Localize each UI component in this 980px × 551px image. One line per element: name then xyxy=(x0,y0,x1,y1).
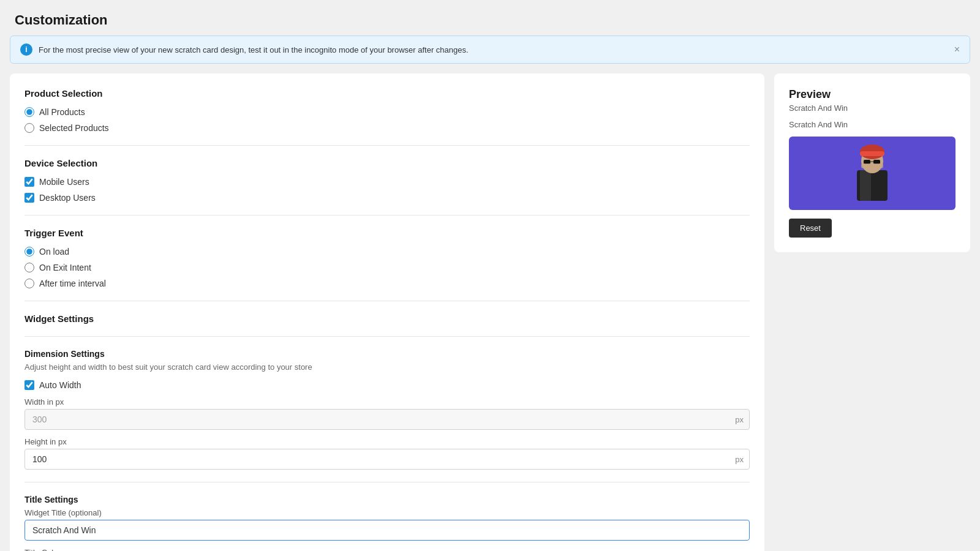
divider-4 xyxy=(24,336,750,337)
preview-card xyxy=(789,137,956,210)
dimension-settings-title: Dimension Settings xyxy=(24,349,750,359)
radio-all-products-input[interactable] xyxy=(24,107,34,117)
radio-after-time-interval[interactable]: After time interval xyxy=(24,279,750,288)
checkbox-desktop-users-label: Desktop Users xyxy=(39,193,96,203)
widget-settings-title: Widget Settings xyxy=(24,313,750,324)
svg-rect-5 xyxy=(864,160,870,164)
divider-3 xyxy=(24,301,750,301)
title-settings-title: Title Settings xyxy=(24,495,750,504)
radio-selected-products-input[interactable] xyxy=(24,123,34,133)
trigger-event-title: Trigger Event xyxy=(24,228,750,238)
checkbox-auto-width[interactable]: Auto Width xyxy=(24,380,750,390)
radio-after-time-interval-input[interactable] xyxy=(24,279,34,288)
title-color-label: Title Color xyxy=(24,548,750,551)
height-input[interactable] xyxy=(24,449,750,470)
trigger-event-radio-group: On load On Exit Intent After time interv… xyxy=(24,247,750,288)
svg-rect-8 xyxy=(861,163,883,168)
preview-panel: Preview Scratch And Win Scratch And Win xyxy=(774,73,970,252)
svg-rect-1 xyxy=(860,170,871,201)
device-selection-section: Device Selection Mobile Users Desktop Us… xyxy=(24,158,750,203)
product-selection-section: Product Selection All Products Selected … xyxy=(24,88,750,133)
info-icon: i xyxy=(20,43,32,56)
width-input[interactable] xyxy=(24,409,750,430)
checkbox-auto-width-input[interactable] xyxy=(24,380,34,390)
preview-card-inner xyxy=(789,137,956,210)
checkbox-mobile-users[interactable]: Mobile Users xyxy=(24,177,750,187)
preview-card-subtitle: Scratch And Win xyxy=(789,120,956,129)
radio-on-load-input[interactable] xyxy=(24,247,34,257)
divider-5 xyxy=(24,482,750,482)
page-title: Customization xyxy=(0,0,980,36)
dimension-settings-section: Dimension Settings Adjust height and wid… xyxy=(24,349,750,470)
product-selection-radio-group: All Products Selected Products xyxy=(24,107,750,133)
radio-selected-products[interactable]: Selected Products xyxy=(24,123,750,133)
radio-on-exit-intent[interactable]: On Exit Intent xyxy=(24,263,750,272)
checkbox-auto-width-label: Auto Width xyxy=(39,380,81,390)
height-input-wrapper: px xyxy=(24,449,750,470)
widget-settings-section: Widget Settings Dimension Settings Adjus… xyxy=(24,313,750,551)
height-label: Height in px xyxy=(24,437,750,446)
radio-on-load-label: On load xyxy=(39,247,69,257)
info-banner: i For the most precise view of your new … xyxy=(10,36,970,64)
left-panel: Product Selection All Products Selected … xyxy=(10,73,764,551)
dimension-settings-desc: Adjust height and width to best suit you… xyxy=(24,362,750,372)
device-selection-title: Device Selection xyxy=(24,158,750,168)
widget-title-input[interactable] xyxy=(24,520,750,541)
svg-rect-4 xyxy=(860,151,884,156)
svg-rect-6 xyxy=(873,160,880,164)
width-input-wrapper: px xyxy=(24,409,750,430)
divider-2 xyxy=(24,215,750,216)
divider-1 xyxy=(24,145,750,146)
radio-all-products[interactable]: All Products xyxy=(24,107,750,117)
radio-after-time-interval-label: After time interval xyxy=(39,279,106,288)
title-settings-section: Title Settings Widget Title (optional) T… xyxy=(24,495,750,551)
width-label: Width in px xyxy=(24,397,750,407)
radio-selected-products-label: Selected Products xyxy=(39,123,109,133)
checkbox-desktop-users[interactable]: Desktop Users xyxy=(24,193,750,203)
trigger-event-section: Trigger Event On load On Exit Intent Aft… xyxy=(24,228,750,288)
radio-on-exit-intent-input[interactable] xyxy=(24,263,34,272)
checkbox-desktop-users-input[interactable] xyxy=(24,193,34,203)
preview-card-title: Scratch And Win xyxy=(789,103,956,113)
preview-title: Preview xyxy=(789,88,956,101)
reset-button[interactable]: Reset xyxy=(789,219,832,238)
banner-close-button[interactable]: × xyxy=(952,42,962,58)
product-selection-title: Product Selection xyxy=(24,88,750,99)
height-px-suffix: px xyxy=(735,455,744,464)
radio-on-load[interactable]: On load xyxy=(24,247,750,257)
checkbox-mobile-users-input[interactable] xyxy=(24,177,34,187)
radio-all-products-label: All Products xyxy=(39,107,85,117)
width-px-suffix: px xyxy=(735,415,744,424)
widget-title-label: Widget Title (optional) xyxy=(24,508,750,517)
banner-text: For the most precise view of your new sc… xyxy=(39,45,469,54)
device-selection-checkbox-group: Mobile Users Desktop Users xyxy=(24,177,750,203)
radio-on-exit-intent-label: On Exit Intent xyxy=(39,263,91,272)
preview-character-svg xyxy=(848,143,897,204)
checkbox-mobile-users-label: Mobile Users xyxy=(39,177,89,187)
